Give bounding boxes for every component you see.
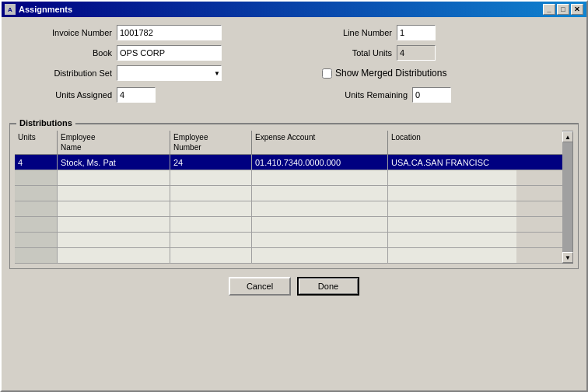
units-remaining-label: Units Remaining [322,90,408,100]
cell-expense-account [252,233,388,247]
show-merged-group: Show Merged Distributions [322,68,446,79]
main-window: A Assignments _ □ ✕ Invoice Number Line … [0,0,588,392]
table-row[interactable] [15,217,562,233]
distribution-set-label: Distribution Set [26,68,112,78]
book-label: Book [26,48,112,58]
scroll-down-button[interactable]: ▼ [562,252,573,263]
units-remaining-input[interactable] [412,87,451,103]
line-number-label: Line Number [322,28,392,37]
show-merged-checkbox[interactable] [322,68,332,79]
col-employee-name: EmployeeName [58,131,170,154]
book-group: Book [26,45,322,61]
cell-location [388,170,516,185]
units-assigned-label: Units Assigned [26,90,112,100]
invoice-number-label: Invoice Number [26,28,112,37]
col-units: Units [15,131,58,154]
title-bar: A Assignments _ □ ✕ [2,2,586,17]
cell-employee-name [58,217,170,232]
show-merged-label: Show Merged Distributions [335,68,446,79]
cell-employee-name [58,201,170,216]
cell-employee-name [58,233,170,247]
scroll-track[interactable] [562,142,572,252]
form-row-2: Book Total Units 4 [14,45,574,61]
cell-employee-number [170,233,252,247]
table-body: 4 Stock, Ms. Pat 24 01.410.7340.0000.000… [15,155,562,264]
cell-employee-name [58,248,170,263]
table-row[interactable] [15,170,562,186]
cell-expense-account [252,201,388,216]
maximize-button[interactable]: □ [557,4,569,15]
cell-employee-number [170,201,252,216]
window-title: Assignments [19,5,72,14]
cell-units [15,217,58,232]
form-row-4: Units Assigned Units Remaining [14,87,574,103]
form-content: Invoice Number Line Number Book Total Un… [2,17,586,115]
show-merged-checkbox-row: Show Merged Distributions [322,68,446,79]
cell-location [388,217,516,232]
cell-employee-number [170,186,252,201]
minimize-button[interactable]: _ [543,4,555,15]
cell-location: USA.CA.SAN FRANCISC [388,155,516,170]
cell-location [388,248,516,263]
cell-expense-account [252,217,388,232]
total-units-label: Total Units [322,48,392,58]
cell-employee-number [170,248,252,263]
cell-employee-number [170,170,252,185]
cell-expense-account: 01.410.7340.0000.000 [252,155,388,170]
cell-units [15,170,58,185]
cell-location [388,186,516,201]
cell-employee-name [58,186,170,201]
close-button[interactable]: ✕ [571,4,583,15]
table-row[interactable] [15,186,562,201]
units-remaining-group: Units Remaining [322,87,451,103]
cell-units [15,186,58,201]
col-location: Location [388,131,516,154]
book-input[interactable] [117,45,222,61]
total-units-value: 4 [397,45,436,61]
table-row[interactable] [15,233,562,248]
units-assigned-group: Units Assigned [26,87,322,103]
form-row-1: Invoice Number Line Number [14,25,574,40]
units-assigned-input[interactable] [117,87,156,103]
table-header: Units EmployeeName EmployeeNumber Expens… [15,131,562,155]
col-expense-account: Expense Account [252,131,388,154]
cell-units [15,248,58,263]
table-row[interactable]: 4 Stock, Ms. Pat 24 01.410.7340.0000.000… [15,155,562,170]
distribution-set-select[interactable] [117,65,222,81]
table-row[interactable] [15,248,562,264]
cancel-button[interactable]: Cancel [229,277,291,296]
cell-expense-account [252,248,388,263]
cell-employee-name: Stock, Ms. Pat [58,155,170,170]
distributions-table: Units EmployeeName EmployeeNumber Expens… [15,131,562,264]
invoice-number-input[interactable] [117,25,222,40]
distributions-group: Distributions Units EmployeeName Employe… [9,123,579,269]
scroll-up-button[interactable]: ▲ [562,131,573,142]
cell-location [388,233,516,247]
cell-units [15,233,58,247]
distributions-table-container: Units EmployeeName EmployeeNumber Expens… [15,131,573,264]
cell-expense-account [252,186,388,201]
window-icon: A [5,4,16,15]
total-units-group: Total Units 4 [322,45,436,61]
cell-employee-number [170,217,252,232]
line-number-group: Line Number [322,25,436,40]
table-row[interactable] [15,201,562,217]
done-button[interactable]: Done [297,277,359,296]
distribution-set-group: Distribution Set [26,65,322,81]
footer-buttons: Cancel Done [2,269,586,302]
cell-employee-name [58,170,170,185]
invoice-group: Invoice Number [26,25,322,40]
cell-units: 4 [15,155,58,170]
cell-units [15,201,58,216]
cell-employee-number: 24 [170,155,252,170]
line-number-input[interactable] [397,25,436,40]
cell-location [388,201,516,216]
form-row-3: Distribution Set Show Merged Distributio… [14,65,574,81]
table-scrollbar: ▲ ▼ [562,131,573,264]
title-bar-controls: _ □ ✕ [543,4,583,15]
col-employee-number: EmployeeNumber [170,131,252,154]
cell-expense-account [252,170,388,185]
distributions-label: Distributions [16,118,75,128]
